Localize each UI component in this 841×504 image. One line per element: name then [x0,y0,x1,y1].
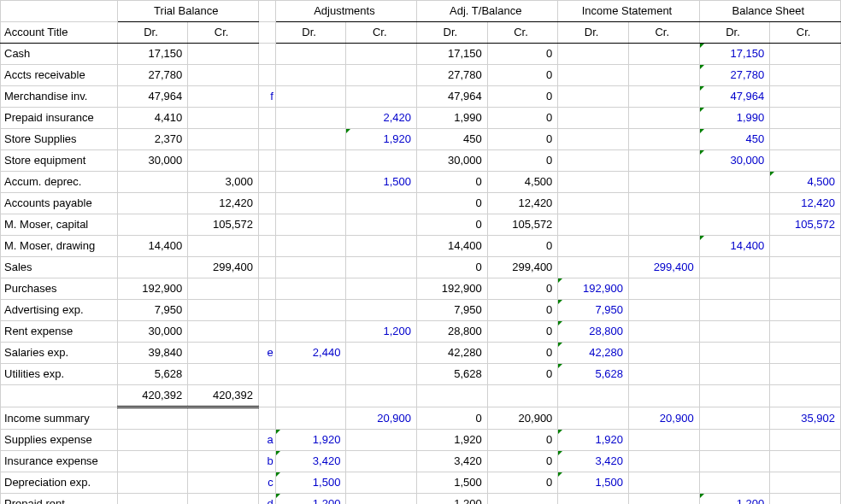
table-row: Utilities exp.5,6285,62805,628 [1,364,841,385]
table-row: Accum. deprec.3,0001,50004,5004,500 [1,172,841,193]
table-row: Prepaid rentd1,2001,2001,200 [1,494,841,505]
table-row: Insurance expenseb3,4203,42003,420 [1,451,841,472]
table-row: Income summary20,900020,90020,90035,902 [1,407,841,430]
table-row: Accts receivable27,78027,780027,780 [1,65,841,86]
worksheet-table: Trial Balance Adjustments Adj. T/Balance… [0,0,841,504]
table-row: M. Moser, capital105,5720105,572105,572 [1,214,841,236]
table-row: Rent expense30,0001,20028,800028,800 [1,321,841,343]
hdr-adjustments: Adjustments [275,1,416,22]
trial-balance-total-row: 420,392420,392 [1,385,841,407]
hdr-account-title: Account Title [1,22,118,44]
hdr-income-stmt: Income Statement [558,1,699,22]
table-row: Store equipment30,00030,000030,000 [1,150,841,172]
table-row: Salaries exp.39,840e2,44042,280042,280 [1,343,841,364]
table-row: Merchandise inv.47,964f47,964047,964 [1,86,841,108]
table-row: Cash17,15017,150017,150 [1,44,841,65]
table-row: Depreciation exp.c1,5001,50001,500 [1,472,841,494]
table-row: M. Moser, drawing14,40014,400014,400 [1,236,841,257]
header-row-drcr: Account Title Dr. Cr. Dr. Cr. Dr. Cr. Dr… [1,22,841,44]
table-row: Purchases192,900192,9000192,900 [1,278,841,300]
table-row: Sales299,4000299,400299,400 [1,257,841,278]
table-row: Advertising exp.7,9507,95007,950 [1,300,841,321]
header-row-groups: Trial Balance Adjustments Adj. T/Balance… [1,1,841,22]
hdr-adj-tb: Adj. T/Balance [417,1,558,22]
table-row: Supplies expensea1,9201,92001,920 [1,430,841,451]
hdr-balance-sheet: Balance Sheet [699,1,840,22]
table-row: Prepaid insurance4,4102,4201,99001,990 [1,108,841,129]
hdr-trial-balance: Trial Balance [117,1,258,22]
table-row: Accounts payable12,420012,42012,420 [1,193,841,214]
table-row: Store Supplies2,3701,9204500450 [1,129,841,150]
